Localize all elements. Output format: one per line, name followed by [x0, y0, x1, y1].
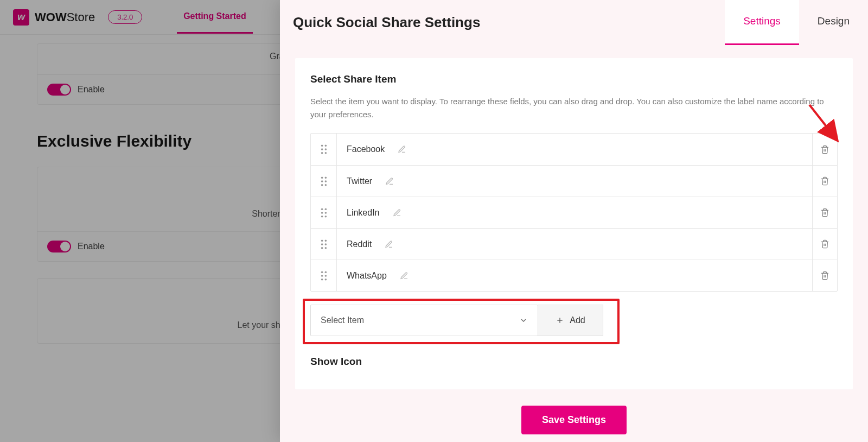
- share-row-twitter[interactable]: Twitter: [311, 165, 837, 197]
- select-item-dropdown[interactable]: Select Item: [310, 305, 538, 336]
- svg-point-4: [321, 152, 323, 154]
- drag-handle[interactable]: [311, 166, 337, 197]
- share-row-whatsapp[interactable]: WhatsApp: [311, 260, 837, 291]
- svg-point-12: [321, 208, 323, 210]
- share-item-label: Reddit: [347, 239, 372, 249]
- svg-point-14: [321, 212, 323, 214]
- delete-button[interactable]: [812, 229, 837, 260]
- svg-point-2: [321, 148, 323, 150]
- svg-point-16: [321, 215, 323, 217]
- show-icon-heading: Show Icon: [310, 356, 838, 368]
- svg-point-3: [324, 148, 327, 150]
- svg-point-0: [321, 144, 323, 147]
- panel-title: Quick Social Share Settings: [293, 0, 480, 45]
- trash-icon: [820, 239, 829, 249]
- delete-button[interactable]: [812, 197, 837, 228]
- drag-handle-icon: [320, 239, 328, 249]
- add-label: Add: [570, 315, 585, 325]
- share-item-label: LinkedIn: [347, 208, 380, 218]
- drag-handle-icon: [320, 271, 328, 281]
- tab-settings[interactable]: Settings: [725, 0, 799, 45]
- svg-point-20: [321, 243, 323, 245]
- svg-point-26: [321, 275, 323, 277]
- svg-point-1: [324, 144, 327, 147]
- chevron-down-icon: [519, 316, 528, 325]
- svg-point-7: [324, 176, 327, 179]
- drag-handle[interactable]: [311, 134, 337, 165]
- svg-point-25: [324, 271, 327, 273]
- share-item-label: Facebook: [347, 144, 385, 154]
- svg-point-6: [321, 176, 323, 179]
- delete-button[interactable]: [812, 134, 837, 165]
- drag-handle-icon: [320, 176, 328, 186]
- card-heading: Select Share Item: [310, 73, 838, 85]
- svg-point-23: [324, 247, 327, 249]
- plus-icon: [556, 316, 564, 325]
- edit-icon[interactable]: [385, 240, 393, 249]
- svg-point-17: [324, 215, 327, 217]
- add-item-row: Select Item Add: [310, 305, 838, 336]
- svg-point-27: [324, 275, 327, 277]
- save-settings-button[interactable]: Save Settings: [521, 406, 627, 434]
- trash-icon: [820, 176, 829, 186]
- share-row-reddit[interactable]: Reddit: [311, 228, 837, 260]
- panel-header: Quick Social Share Settings Settings Des…: [280, 0, 868, 45]
- drag-handle-icon: [320, 208, 328, 218]
- drag-handle[interactable]: [311, 229, 337, 260]
- svg-point-13: [324, 208, 327, 210]
- tab-design[interactable]: Design: [799, 0, 868, 45]
- svg-point-28: [321, 278, 323, 280]
- share-item-label: WhatsApp: [347, 271, 387, 281]
- edit-icon[interactable]: [398, 145, 406, 154]
- panel-body: Select Share Item Select the item you wa…: [280, 45, 868, 398]
- share-item-label: Twitter: [347, 176, 372, 186]
- card-description: Select the item you want to display. To …: [310, 95, 838, 121]
- share-item-card: Select Share Item Select the item you wa…: [295, 58, 853, 389]
- share-item-list: Facebook Twitter: [310, 133, 838, 292]
- trash-icon: [820, 271, 829, 280]
- trash-icon: [820, 145, 829, 154]
- select-placeholder: Select Item: [321, 315, 364, 325]
- svg-point-8: [321, 180, 323, 182]
- share-row-linkedin[interactable]: LinkedIn: [311, 197, 837, 228]
- svg-point-10: [321, 184, 323, 186]
- svg-point-5: [324, 152, 327, 154]
- svg-point-19: [324, 239, 327, 242]
- svg-point-9: [324, 180, 327, 182]
- svg-point-18: [321, 239, 323, 242]
- svg-point-11: [324, 184, 327, 186]
- drag-handle[interactable]: [311, 197, 337, 228]
- share-row-facebook[interactable]: Facebook: [311, 134, 837, 165]
- trash-icon: [820, 208, 829, 217]
- delete-button[interactable]: [812, 166, 837, 197]
- edit-icon[interactable]: [393, 209, 401, 217]
- edit-icon[interactable]: [400, 271, 409, 280]
- panel-footer: Save Settings: [280, 398, 868, 442]
- edit-icon[interactable]: [385, 177, 394, 186]
- svg-point-29: [324, 278, 327, 280]
- drag-handle[interactable]: [311, 260, 337, 291]
- settings-panel: Quick Social Share Settings Settings Des…: [280, 0, 868, 442]
- add-button[interactable]: Add: [538, 305, 603, 336]
- svg-point-24: [321, 271, 323, 273]
- svg-point-21: [324, 243, 327, 245]
- svg-point-22: [321, 247, 323, 249]
- drag-handle-icon: [320, 144, 328, 154]
- delete-button[interactable]: [812, 260, 837, 291]
- svg-point-15: [324, 212, 327, 214]
- panel-tabs: Settings Design: [725, 0, 868, 45]
